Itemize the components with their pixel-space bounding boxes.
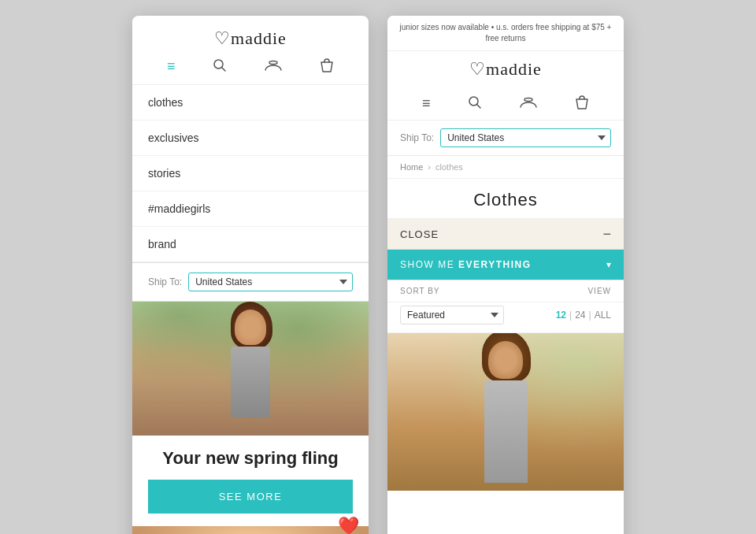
- product-person-head: [488, 341, 523, 379]
- left-ship-to-row: Ship To: United States Canada UK: [132, 262, 369, 302]
- right-menu-icon[interactable]: ≡: [422, 95, 431, 115]
- person-body: [231, 347, 270, 417]
- menu-item-maddiegirls[interactable]: #maddiegirls: [132, 191, 369, 227]
- menu-item-brand[interactable]: brand: [132, 227, 369, 262]
- view-24[interactable]: 24: [575, 310, 585, 321]
- person-head: [235, 310, 266, 345]
- bottom-image-row: ❤️: [132, 526, 369, 534]
- svg-point-5: [524, 98, 532, 102]
- view-sep-2: |: [589, 310, 591, 321]
- menu-item-clothes[interactable]: clothes: [132, 85, 369, 121]
- view-all[interactable]: ALL: [595, 310, 611, 321]
- left-menu-list: clothes exclusives stories #maddiegirls …: [132, 85, 369, 262]
- menu-item-exclusives[interactable]: exclusives: [132, 121, 369, 156]
- right-ship-to-label: Ship To:: [400, 132, 434, 143]
- left-nav-icons: ≡: [132, 58, 369, 78]
- right-nav-icons: ≡: [387, 95, 624, 115]
- cart-icon[interactable]: [320, 58, 334, 78]
- bottom-product-image: [132, 526, 369, 534]
- search-icon[interactable]: [213, 58, 227, 78]
- close-label: CLOSE: [400, 228, 439, 240]
- right-header: ♡maddie ≡: [387, 51, 624, 121]
- right-cart-icon[interactable]: [575, 95, 589, 115]
- sort-view-labels-row: SORT BY VIEW: [387, 280, 624, 302]
- left-ship-to-label: Ship To:: [148, 276, 182, 287]
- hero-text-overlay: Your new spring fling SEE MORE: [132, 436, 369, 526]
- sort-by-label: SORT BY: [400, 287, 440, 295]
- sort-select-row: Featured Newest Price: Low to High Price…: [387, 302, 624, 333]
- view-label: VIEW: [587, 287, 611, 295]
- show-me-value: EVERYTHING: [458, 259, 532, 270]
- collapse-icon: −: [602, 227, 611, 241]
- page-title: Clothes: [400, 190, 611, 210]
- right-logo: ♡maddie: [469, 59, 542, 80]
- show-me-text: SHOW ME EVERYTHING: [400, 259, 532, 270]
- right-ship-to-row: Ship To: United States Canada UK: [387, 121, 624, 156]
- left-header: ♡maddie ≡: [132, 16, 369, 85]
- sort-select[interactable]: Featured Newest Price: Low to High Price…: [400, 306, 504, 324]
- breadcrumb-home[interactable]: Home: [400, 162, 423, 172]
- breadcrumb-current: clothes: [435, 162, 463, 172]
- show-me-button[interactable]: SHOW ME EVERYTHING ▾: [387, 250, 624, 280]
- svg-line-4: [477, 105, 481, 109]
- hero-headline: Your new spring fling: [148, 448, 353, 469]
- view-12[interactable]: 12: [556, 310, 566, 321]
- product-person-hair: [482, 333, 531, 382]
- announcement-bar: junior sizes now available • u.s. orders…: [387, 16, 624, 51]
- breadcrumb-separator: ›: [428, 162, 431, 172]
- see-more-button[interactable]: SEE MORE: [148, 480, 353, 514]
- filter-bar[interactable]: CLOSE −: [387, 219, 624, 250]
- hero-person: [219, 310, 282, 436]
- view-options: 12 | 24 | ALL: [556, 310, 611, 321]
- page-title-area: Clothes: [387, 179, 624, 219]
- svg-point-2: [269, 61, 277, 65]
- menu-item-stories[interactable]: stories: [132, 156, 369, 191]
- right-phone: junior sizes now available • u.s. orders…: [387, 16, 624, 534]
- product-person-body: [484, 380, 528, 483]
- account-icon[interactable]: [265, 58, 282, 78]
- svg-line-1: [222, 68, 226, 72]
- left-hero-image: [132, 302, 369, 436]
- right-ship-to-select[interactable]: United States Canada UK: [440, 128, 611, 147]
- left-ship-to-select[interactable]: United States Canada UK: [188, 273, 353, 291]
- menu-icon[interactable]: ≡: [167, 58, 176, 78]
- right-account-icon[interactable]: [520, 95, 537, 115]
- view-sep-1: |: [569, 310, 572, 321]
- show-me-chevron: ▾: [606, 259, 611, 270]
- right-search-icon[interactable]: [468, 95, 482, 115]
- breadcrumb: Home › clothes: [387, 156, 624, 179]
- heart-badge[interactable]: ❤️: [335, 514, 361, 534]
- product-image-area: [387, 333, 624, 491]
- left-phone: ♡maddie ≡: [132, 16, 369, 534]
- product-person: [470, 341, 541, 491]
- left-logo: ♡maddie: [214, 28, 287, 49]
